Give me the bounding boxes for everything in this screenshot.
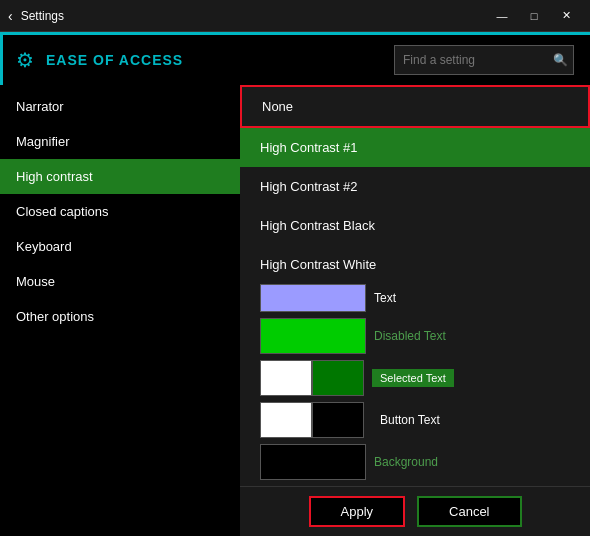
color-row-button: Button Text [260, 402, 590, 438]
selected-fg-swatch[interactable] [260, 360, 312, 396]
sidebar-label-high-contrast: High contrast [16, 169, 93, 184]
sidebar-item-high-contrast[interactable]: High contrast [0, 159, 240, 194]
window-title: Settings [21, 9, 486, 23]
sidebar-label-closed-captions: Closed captions [16, 204, 109, 219]
gear-icon: ⚙ [16, 48, 34, 72]
sidebar: Narrator Magnifier High contrast Closed … [0, 85, 240, 536]
color-row-background: Background [260, 444, 590, 480]
color-samples: Text Disabled Text Selected Text [260, 284, 590, 486]
sidebar-item-mouse[interactable]: Mouse [0, 264, 240, 299]
text-color-label: Text [374, 291, 396, 305]
sidebar-label-magnifier: Magnifier [16, 134, 69, 149]
theme-dropdown: None High Contrast #1 High Contrast #2 H… [240, 85, 590, 284]
window-controls: — □ ✕ [486, 0, 582, 32]
dropdown-item-hc1[interactable]: High Contrast #1 [240, 128, 590, 167]
sidebar-item-narrator[interactable]: Narrator [0, 89, 240, 124]
sidebar-label-narrator: Narrator [16, 99, 64, 114]
dropdown-item-hcwhite[interactable]: High Contrast White [240, 245, 590, 284]
text-color-swatch[interactable] [260, 284, 366, 312]
selected-text-badge: Selected Text [372, 369, 454, 387]
minimize-button[interactable]: — [486, 0, 518, 32]
top-accent-border [0, 32, 590, 35]
background-color-swatch[interactable] [260, 444, 366, 480]
dropdown-item-hcblack[interactable]: High Contrast Black [240, 206, 590, 245]
button-text-label: Button Text [372, 409, 448, 431]
button-bg-swatch[interactable] [312, 402, 364, 438]
close-button[interactable]: ✕ [550, 0, 582, 32]
color-row-selected: Selected Text [260, 360, 590, 396]
button-fg-swatch[interactable] [260, 402, 312, 438]
sidebar-item-closed-captions[interactable]: Closed captions [0, 194, 240, 229]
disabled-text-label: Disabled Text [366, 325, 454, 347]
content-area: None High Contrast #1 High Contrast #2 H… [240, 85, 590, 536]
sidebar-label-keyboard: Keyboard [16, 239, 72, 254]
sidebar-item-magnifier[interactable]: Magnifier [0, 124, 240, 159]
main-area: Narrator Magnifier High contrast Closed … [0, 85, 590, 536]
sidebar-label-other-options: Other options [16, 309, 94, 324]
header-bar: ⚙ EASE OF ACCESS 🔍 [0, 35, 590, 85]
title-bar: ‹ Settings — □ ✕ [0, 0, 590, 32]
dropdown-item-hc2[interactable]: High Contrast #2 [240, 167, 590, 206]
action-bar: Apply Cancel [240, 486, 590, 536]
disabled-color-swatch[interactable] [260, 318, 366, 354]
background-label: Background [366, 451, 446, 473]
apply-button[interactable]: Apply [309, 496, 406, 527]
selected-swatch-pair [260, 360, 364, 396]
cancel-button[interactable]: Cancel [417, 496, 521, 527]
search-box[interactable]: 🔍 [394, 45, 574, 75]
button-swatch-pair [260, 402, 364, 438]
back-button[interactable]: ‹ [8, 8, 13, 24]
maximize-button[interactable]: □ [518, 0, 550, 32]
search-input[interactable] [403, 53, 553, 67]
selected-bg-swatch[interactable] [312, 360, 364, 396]
sidebar-item-other-options[interactable]: Other options [0, 299, 240, 334]
color-row-text: Text [260, 284, 590, 312]
search-icon: 🔍 [553, 53, 568, 67]
sidebar-item-keyboard[interactable]: Keyboard [0, 229, 240, 264]
sidebar-label-mouse: Mouse [16, 274, 55, 289]
app-title: EASE OF ACCESS [46, 52, 394, 68]
dropdown-item-none[interactable]: None [240, 85, 590, 128]
color-row-disabled: Disabled Text [260, 318, 590, 354]
